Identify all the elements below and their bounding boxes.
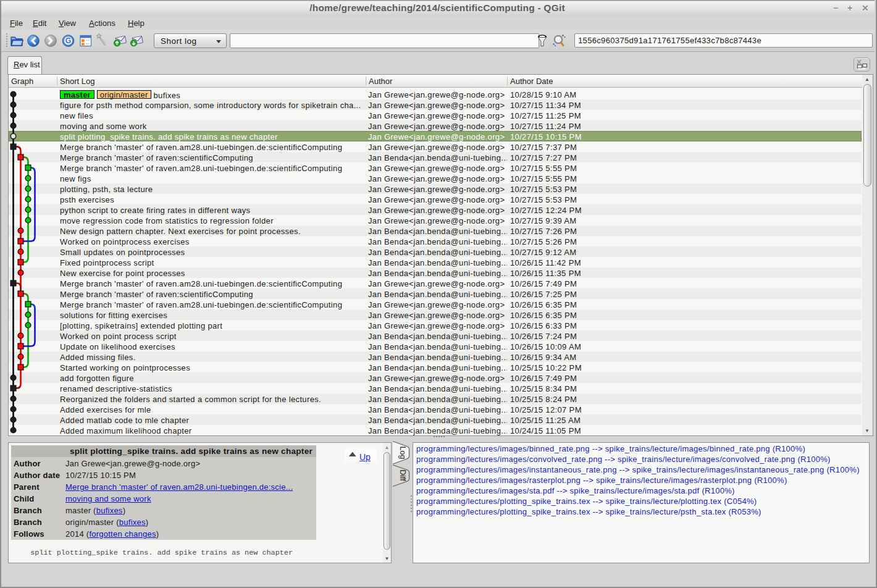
svg-text:G: G bbox=[65, 36, 71, 45]
svg-text:Log: Log bbox=[398, 447, 407, 460]
svg-text:Diff: Diff bbox=[398, 469, 407, 481]
